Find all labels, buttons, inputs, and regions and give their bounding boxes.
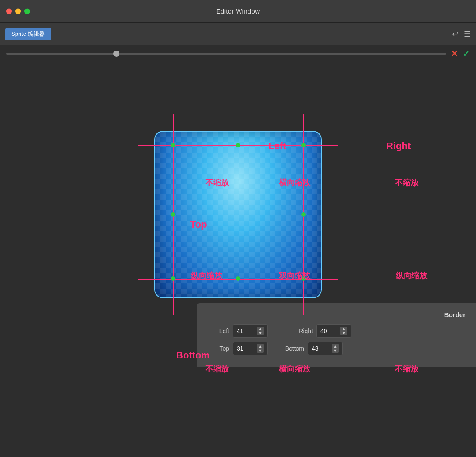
tab-sprite-editor[interactable]: Sprite 编辑器 [5,28,51,40]
border-panel-title: Border [207,311,466,318]
fields-row-2: Top 31 ▲ ▼ Bottom 43 ▲ ▼ [207,342,466,355]
minimize-button[interactable] [15,8,21,14]
right-field-group: Right 40 ▲ ▼ [291,324,351,338]
toolbar-icons: ↩ ☰ [452,29,471,39]
left-field-label: Left [207,327,229,334]
bottom-field-group: Bottom 43 ▲ ▼ [282,342,343,355]
right-guide-label: Right [386,140,411,152]
window-controls [6,8,30,14]
bottom-stepper-down[interactable]: ▼ [332,348,339,353]
top-field-value: 31 [237,345,256,352]
zone-top-center: 横向缩放 [279,177,310,188]
zoom-slider-thumb[interactable] [113,51,119,57]
right-field-label: Right [291,327,313,334]
right-field-value: 40 [320,327,340,334]
fields-row-1: Left 41 ▲ ▼ Right 40 ▲ ▼ [207,324,466,338]
canvas-area: Left Right Top Bottom 不缩放 横向缩放 不缩放 纵向缩放 … [0,62,476,367]
handle-dot-bc[interactable] [236,276,240,281]
bottom-field-value: 43 [312,345,331,352]
bottom-field-input[interactable]: 43 ▲ ▼ [308,342,343,355]
left-stepper[interactable]: ▲ ▼ [257,327,264,335]
right-stepper[interactable]: ▲ ▼ [340,327,347,335]
right-stepper-down[interactable]: ▼ [340,331,347,335]
bottom-stepper[interactable]: ▲ ▼ [332,344,339,353]
window-title: Editor Window [216,7,260,15]
left-field-value: 41 [237,327,256,334]
right-stepper-up[interactable]: ▲ [340,327,347,331]
left-field-group: Left 41 ▲ ▼ [207,324,268,338]
handle-dot-tr[interactable] [301,143,306,147]
bottom-stepper-up[interactable]: ▲ [332,344,339,348]
zone-top-left: 不缩放 [205,177,229,188]
top-stepper-down[interactable]: ▼ [257,348,264,353]
bottom-field-label: Bottom [282,345,304,352]
maximize-button[interactable] [24,8,30,14]
left-stepper-down[interactable]: ▼ [257,331,264,335]
left-field-input[interactable]: 41 ▲ ▼ [233,324,268,338]
top-field-input[interactable]: 31 ▲ ▼ [233,342,268,355]
handle-dot-ml[interactable] [171,212,175,217]
undo-icon[interactable]: ↩ [452,29,459,39]
handle-dot-tc[interactable] [236,143,240,147]
right-field-input[interactable]: 40 ▲ ▼ [316,324,351,338]
menu-icon[interactable]: ☰ [464,29,471,39]
zone-bot-left: 不缩放 [205,364,229,374]
handle-dot-tl[interactable] [171,143,175,147]
zone-bot-center: 横向缩放 [279,364,310,374]
slider-bar: ✕ ✓ [0,45,476,62]
top-stepper-up[interactable]: ▲ [257,344,264,348]
zone-bot-right: 不缩放 [395,364,418,374]
top-stepper[interactable]: ▲ ▼ [257,344,264,353]
border-panel: Border Left 41 ▲ ▼ Right 40 ▲ [197,303,476,367]
handle-dot-mr[interactable] [301,212,306,217]
confirm-button[interactable]: ✓ [462,48,470,59]
bottom-guide-label: Bottom [176,350,210,361]
cancel-button[interactable]: ✕ [451,48,458,59]
sprite-container: Left Right Top Bottom 不缩放 横向缩放 不缩放 纵向缩放 … [138,114,338,315]
zone-top-right: 不缩放 [395,177,418,188]
left-guide-label: Left [269,140,286,152]
top-field-label: Top [207,345,229,352]
left-stepper-up[interactable]: ▲ [257,327,264,331]
zone-mid-right: 纵向缩放 [396,270,427,281]
zone-mid-center: 双向缩放 [279,270,310,281]
top-field-group: Top 31 ▲ ▼ [207,342,268,355]
zone-mid-left: 纵向缩放 [191,270,222,281]
zoom-slider-track[interactable] [6,53,446,55]
toolbar: Sprite 编辑器 ↩ ☰ [0,23,476,45]
title-bar: Editor Window [0,0,476,23]
handle-dot-bl[interactable] [171,276,175,281]
close-button[interactable] [6,8,12,14]
top-guide-label: Top [190,219,207,230]
